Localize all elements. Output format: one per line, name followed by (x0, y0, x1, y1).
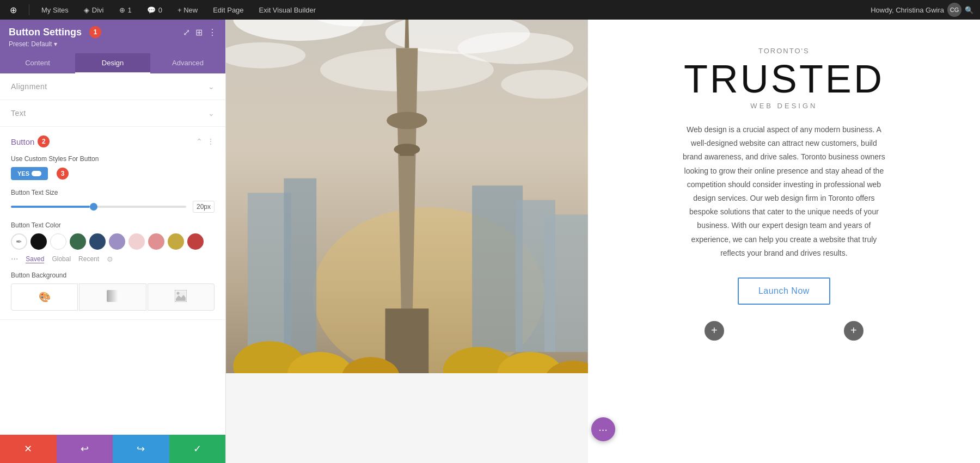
color-swatch-navy[interactable] (89, 233, 106, 250)
step-badge-2: 2 (38, 135, 50, 147)
panel-footer: ✕ ↩ ↪ ✓ (0, 435, 225, 463)
svg-rect-15 (472, 186, 523, 352)
preset-row[interactable]: Preset: Default ▾ (9, 40, 217, 48)
color-tab-recent[interactable]: Recent (78, 255, 99, 263)
color-swatch-green[interactable] (70, 233, 86, 250)
color-swatch-pink[interactable] (128, 233, 145, 250)
left-panel: Button Settings 1 ⤢ ⊞ ⋮ Preset: Default … (0, 20, 226, 463)
bg-color-icon: 🎨 (39, 291, 51, 303)
admin-bar: ⊕ My Sites ◈ Divi ⊕ 1 💬 0 + New Edit Pag… (0, 0, 980, 20)
bg-image-icon (175, 290, 187, 305)
color-swatch-lavender[interactable] (109, 233, 125, 250)
button-section: Button 2 ⌃ ⋮ Use Custom Styles For Butto… (0, 127, 225, 320)
panel-tabs: Content Design Advanced (0, 53, 225, 73)
color-swatch-black[interactable] (30, 233, 47, 250)
slider-track (11, 206, 186, 208)
tab-design[interactable]: Design (75, 53, 150, 73)
new-button[interactable]: + New (174, 4, 201, 16)
bg-gradient-icon (107, 290, 119, 305)
page-inner: TORONTO'S TRUSTED WEB DESIGN Web design … (226, 20, 980, 463)
hero-text-column: TORONTO'S TRUSTED WEB DESIGN Web design … (588, 20, 980, 463)
button-more-icon[interactable]: ⋮ (207, 137, 215, 146)
color-swatch-gold[interactable] (168, 233, 184, 250)
comment-icon: ⊕ (119, 6, 125, 14)
add-module-button-left[interactable]: + (705, 321, 724, 341)
floating-menu-button[interactable]: ··· (591, 417, 615, 441)
svg-rect-24 (400, 146, 414, 156)
alignment-section-header[interactable]: Alignment ⌄ (0, 73, 225, 100)
panel-header: Button Settings 1 ⤢ ⊞ ⋮ Preset: Default … (0, 20, 225, 53)
button-section-title: Button 2 (11, 135, 50, 147)
color-more-icon[interactable]: ··· (11, 254, 18, 264)
custom-styles-label: Use Custom Styles For Button (11, 155, 215, 163)
redo-icon: ↪ (137, 443, 145, 455)
toronto-label: TORONTO'S (758, 47, 810, 55)
bubble-icon: 💬 (147, 6, 156, 14)
color-tab-global[interactable]: Global (52, 255, 71, 263)
comment-count-link[interactable]: ⊕ 1 (116, 4, 135, 16)
user-avatar[interactable]: CG (947, 3, 961, 17)
cancel-button[interactable]: ✕ (0, 435, 57, 463)
bg-image-option[interactable] (148, 283, 215, 311)
city-image (226, 20, 588, 373)
svg-rect-14 (284, 178, 316, 352)
svg-marker-20 (405, 20, 409, 48)
eyedropper-tool[interactable]: ✒ (11, 233, 27, 250)
add-icon-right: + (850, 324, 857, 337)
text-section-header[interactable]: Text ⌄ (0, 100, 225, 127)
svg-rect-17 (544, 214, 588, 352)
panel-title-row: Button Settings 1 ⤢ ⊞ ⋮ (9, 26, 217, 38)
bg-label: Button Background (11, 271, 215, 279)
divi-link[interactable]: ◈ Divi (81, 4, 107, 16)
howdy-text: Howdy, Christina Gwira CG 🔍 (871, 3, 973, 17)
bg-color-option[interactable]: 🎨 (11, 283, 78, 311)
undo-button[interactable]: ↩ (57, 435, 113, 463)
text-section-title: Text (11, 109, 26, 118)
step-badge-3: 3 (57, 168, 69, 180)
page-content: TORONTO'S TRUSTED WEB DESIGN Web design … (226, 20, 980, 463)
search-icon[interactable]: 🔍 (965, 6, 973, 14)
color-swatch-white[interactable] (50, 233, 66, 250)
eyedropper-icon: ✒ (16, 237, 22, 246)
bg-gradient-option[interactable] (79, 283, 146, 311)
tab-advanced[interactable]: Advanced (150, 53, 225, 73)
color-tab-saved[interactable]: Saved (26, 255, 44, 263)
svg-rect-0 (107, 290, 119, 302)
floating-menu-icon: ··· (598, 423, 608, 436)
layout-icon[interactable]: ⊞ (195, 27, 203, 38)
launch-now-button[interactable]: Launch Now (738, 277, 830, 305)
add-buttons-row: + + (705, 305, 863, 357)
color-swatch-red[interactable] (187, 233, 204, 250)
redo-button[interactable]: ↪ (113, 435, 169, 463)
expand-icon[interactable]: ⤢ (183, 27, 190, 38)
cancel-icon: ✕ (24, 443, 32, 455)
custom-styles-toggle[interactable]: YES (11, 167, 48, 180)
slider-thumb[interactable] (90, 203, 97, 211)
panel-body: Alignment ⌄ Text ⌄ Button 2 ⌃ ⋮ (0, 73, 225, 435)
save-icon: ✓ (193, 443, 201, 455)
color-settings-icon[interactable]: ⚙ (107, 255, 113, 263)
bg-options: 🎨 (11, 283, 215, 311)
edit-page-link[interactable]: Edit Page (210, 4, 247, 16)
text-size-slider[interactable] (11, 206, 186, 208)
my-sites-link[interactable]: My Sites (38, 4, 72, 16)
add-icon-left: + (711, 324, 718, 337)
divider-1 (29, 4, 29, 15)
svg-point-3 (177, 292, 180, 294)
text-chevron-icon: ⌄ (208, 109, 215, 118)
wp-logo-icon[interactable]: ⊕ (7, 3, 20, 17)
color-swatches-row: ✒ (11, 233, 215, 250)
tab-content[interactable]: Content (0, 53, 75, 73)
exit-builder-link[interactable]: Exit Visual Builder (256, 4, 320, 16)
more-options-icon[interactable]: ⋮ (208, 27, 217, 38)
collapse-icon[interactable]: ⌃ (196, 137, 203, 146)
add-module-button-right[interactable]: + (844, 321, 863, 341)
color-swatch-salmon[interactable] (148, 233, 164, 250)
bubble-count-link[interactable]: 💬 0 (144, 4, 166, 16)
save-button[interactable]: ✓ (169, 435, 226, 463)
text-size-label: Button Text Size (11, 189, 215, 196)
main-area: Button Settings 1 ⤢ ⊞ ⋮ Preset: Default … (0, 20, 980, 463)
alignment-section-title: Alignment (11, 82, 47, 91)
slider-fill (11, 206, 90, 208)
text-size-value[interactable]: 20px (193, 201, 215, 213)
